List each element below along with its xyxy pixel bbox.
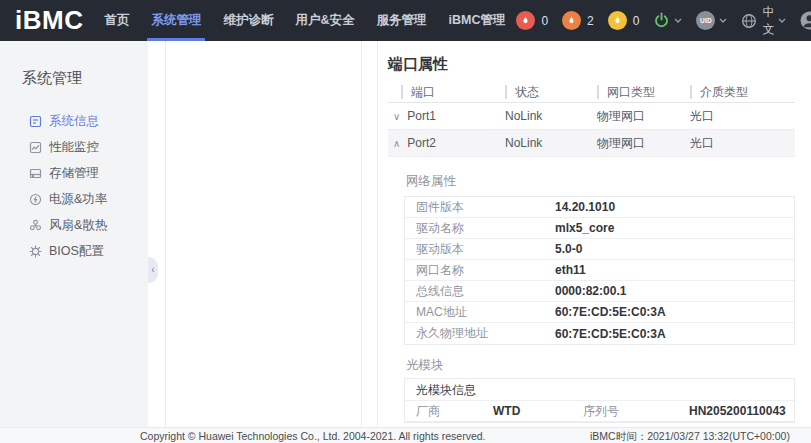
chevron-down-icon: [778, 18, 786, 23]
ibmc-app: iBMC 首页 系统管理 维护诊断 用户&安全 服务管理 iBMC管理 0 2: [0, 0, 811, 443]
table-row: MAC地址60:7E:CD:5E:C0:3A: [405, 302, 794, 323]
copyright-text: Copyright © Huawei Technologies Co., Ltd…: [140, 430, 486, 442]
vendor-value: WTD: [493, 404, 583, 418]
serial-label: 序列号: [583, 403, 689, 420]
table-row-port1[interactable]: ∨Port1 NoLink 物理网口 光口: [388, 103, 795, 130]
sidebar-item-performance-monitor[interactable]: 性能监控: [0, 134, 148, 160]
table-row: 驱动版本5.0-0: [405, 239, 794, 260]
field-label: 驱动名称: [405, 220, 555, 237]
field-value: eth11: [555, 263, 586, 277]
alarm-critical-count: 0: [541, 14, 548, 28]
sidebar-collapse-button[interactable]: ‹: [148, 257, 158, 283]
optical-module-table: 光模块信息 厂商 WTD 序列号 HN205200110043: [404, 378, 795, 423]
field-label: 永久物理地址: [405, 325, 555, 342]
nav-item-ibmc-management[interactable]: iBMC管理: [437, 0, 516, 41]
sidebar-item-label: 性能监控: [49, 139, 99, 156]
field-label: 固件版本: [405, 199, 555, 216]
port-status: NoLink: [505, 109, 597, 123]
page-title: 端口属性: [388, 55, 811, 73]
ibmc-time-label: iBMC时间：: [590, 430, 647, 442]
alarm-minor-flame-icon: [608, 11, 627, 30]
chevron-down-icon[interactable]: ∨: [393, 111, 400, 122]
language-dropdown[interactable]: 中文: [741, 4, 786, 38]
fan-icon: [29, 219, 42, 232]
user-avatar-button[interactable]: [800, 11, 811, 30]
sidebar-item-label: 系统信息: [49, 113, 99, 130]
sidebar-item-label: BIOS配置: [49, 243, 104, 260]
field-label: MAC地址: [405, 304, 555, 321]
port-properties-panel: 端口属性 端口 状态 网口类型 介质类型 ∨Port1 NoLink 物理网口 …: [378, 41, 811, 427]
field-value: 14.20.1010: [555, 200, 615, 214]
chevron-left-icon: ‹: [151, 264, 154, 275]
power-control-dropdown[interactable]: [653, 12, 682, 29]
nav-item-home[interactable]: 首页: [93, 0, 140, 41]
alarm-major-button[interactable]: 2: [562, 11, 594, 30]
sidebar: 系统管理 系统信息 性能监控 存储管理: [0, 41, 148, 427]
sidebar-item-label: 电源&功率: [49, 191, 107, 208]
alarm-major-count: 2: [587, 14, 594, 28]
table-row: 驱动名称mlx5_core: [405, 218, 794, 239]
ibmc-time-value: 2021/03/27 13:32(UTC+00:00): [647, 430, 790, 442]
alarm-critical-flame-icon: [516, 11, 535, 30]
port-status: NoLink: [505, 136, 597, 150]
content-divider: [361, 41, 362, 427]
optical-module-title: 光模块: [406, 357, 811, 372]
sidebar-item-storage-management[interactable]: 存储管理: [0, 160, 148, 186]
sidebar-item-bios-config[interactable]: BIOS配置: [0, 238, 148, 264]
power-supply-icon: [29, 193, 42, 206]
table-row: 厂商 WTD 序列号 HN205200110043: [405, 401, 794, 422]
nav-item-user-security[interactable]: 用户&安全: [284, 0, 365, 41]
bios-gear-icon: [29, 245, 42, 258]
vendor-label: 厂商: [416, 403, 493, 420]
ports-table: 端口 状态 网口类型 介质类型 ∨Port1 NoLink 物理网口 光口 ∧P…: [388, 82, 795, 157]
port-name: Port2: [407, 136, 436, 150]
sidebar-item-label: 风扇&散热: [49, 217, 107, 234]
nav-item-service-management[interactable]: 服务管理: [365, 0, 437, 41]
sidebar-item-system-info[interactable]: 系统信息: [0, 108, 148, 134]
column-header-port-type: 网口类型: [597, 85, 655, 99]
port-type: 物理网口: [597, 108, 690, 125]
table-row: 永久物理地址60:7E:CD:5E:C0:3A: [405, 323, 794, 344]
chevron-down-icon: [674, 18, 682, 23]
globe-icon: [741, 13, 757, 29]
table-row-port2[interactable]: ∧Port2 NoLink 物理网口 光口: [388, 130, 795, 157]
port-name: Port1: [407, 109, 436, 123]
ports-table-header: 端口 状态 网口类型 介质类型: [388, 82, 795, 103]
field-label: 网口名称: [405, 262, 555, 279]
port-type: 物理网口: [597, 135, 690, 152]
performance-chart-icon: [29, 141, 42, 154]
alarm-minor-count: 0: [633, 14, 640, 28]
field-value: mlx5_core: [555, 221, 614, 235]
header-status-cluster: 0 2 0: [516, 4, 811, 38]
nav-item-system-management[interactable]: 系统管理: [140, 0, 212, 41]
main-nav: 首页 系统管理 维护诊断 用户&安全 服务管理 iBMC管理: [93, 0, 516, 41]
table-row: 总线信息0000:82:00.1: [405, 281, 794, 302]
content-divider: [165, 41, 166, 427]
language-label: 中文: [762, 4, 774, 38]
nav-item-maintenance-diagnosis[interactable]: 维护诊断: [212, 0, 284, 41]
sidebar-item-fan-cooling[interactable]: 风扇&散热: [0, 212, 148, 238]
ibmc-logo: iBMC: [15, 0, 83, 41]
chevron-up-icon[interactable]: ∧: [393, 138, 400, 149]
sidebar-item-power[interactable]: 电源&功率: [0, 186, 148, 212]
network-properties-title: 网络属性: [406, 173, 811, 188]
column-header-status: 状态: [505, 85, 539, 99]
field-value: 5.0-0: [555, 242, 582, 256]
alarm-major-flame-icon: [562, 11, 581, 30]
field-value: 0000:82:00.1: [555, 284, 626, 298]
media-type: 光口: [690, 108, 795, 125]
sidebar-title: 系统管理: [22, 69, 148, 88]
field-label: 驱动版本: [405, 241, 555, 258]
alarm-critical-button[interactable]: 0: [516, 11, 548, 30]
uid-indicator-dropdown[interactable]: UID: [696, 11, 727, 30]
field-label: 总线信息: [405, 283, 555, 300]
alarm-minor-button[interactable]: 0: [608, 11, 640, 30]
chevron-down-icon: [719, 18, 727, 23]
power-icon: [653, 12, 670, 29]
sidebar-item-label: 存储管理: [49, 165, 99, 182]
network-properties-table: 固件版本14.20.1010 驱动名称mlx5_core 驱动版本5.0-0 网…: [404, 196, 795, 345]
table-row: 网口名称eth11: [405, 260, 794, 281]
ibmc-time: iBMC时间：2021/03/27 13:32(UTC+00:00): [590, 430, 790, 443]
serial-value: HN205200110043: [689, 404, 786, 418]
avatar-icon: [800, 11, 811, 30]
